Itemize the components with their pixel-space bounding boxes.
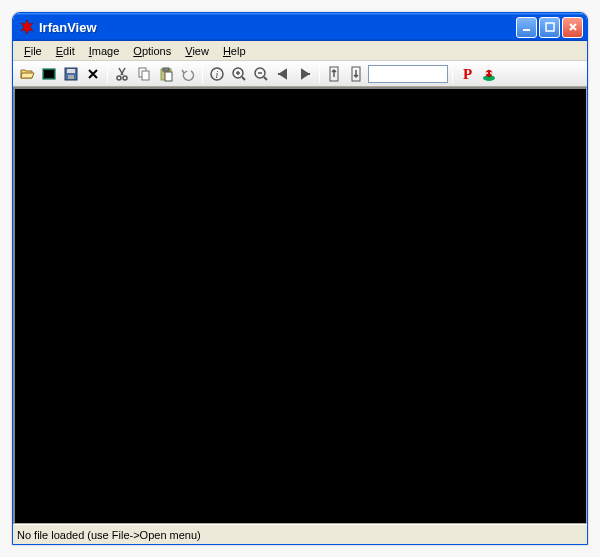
status-message: No file loaded (use File->Open menu) xyxy=(17,529,201,541)
image-canvas[interactable] xyxy=(13,87,587,524)
jump-input[interactable] xyxy=(368,65,448,83)
about-icon[interactable] xyxy=(479,64,499,84)
properties-icon[interactable]: P xyxy=(457,64,477,84)
zoom-out-icon[interactable] xyxy=(251,64,271,84)
svg-point-22 xyxy=(486,72,488,74)
svg-text:i: i xyxy=(216,69,219,80)
svg-point-8 xyxy=(123,76,127,80)
menu-file[interactable]: File xyxy=(17,43,49,59)
previous-icon[interactable] xyxy=(273,64,293,84)
separator xyxy=(202,65,203,83)
titlebar[interactable]: IrfanView xyxy=(13,13,587,41)
svg-rect-3 xyxy=(44,70,54,78)
slideshow-icon[interactable] xyxy=(39,64,59,84)
next-icon[interactable] xyxy=(295,64,315,84)
svg-point-7 xyxy=(117,76,121,80)
copy-icon[interactable] xyxy=(134,64,154,84)
minimize-button[interactable] xyxy=(516,17,537,38)
last-file-icon[interactable] xyxy=(346,64,366,84)
info-icon[interactable]: i xyxy=(207,64,227,84)
app-window: IrfanView File Edit Image Options View H… xyxy=(12,12,588,545)
delete-icon[interactable] xyxy=(83,64,103,84)
maximize-button[interactable] xyxy=(539,17,560,38)
window-controls xyxy=(516,17,583,38)
menu-help[interactable]: Help xyxy=(216,43,253,59)
svg-rect-5 xyxy=(67,69,75,73)
toolbar: i P xyxy=(13,61,587,87)
statusbar: No file loaded (use File->Open menu) xyxy=(13,524,587,544)
window-title: IrfanView xyxy=(39,20,516,35)
svg-rect-13 xyxy=(165,72,172,81)
svg-point-23 xyxy=(490,72,492,74)
open-icon[interactable] xyxy=(17,64,37,84)
paste-icon[interactable] xyxy=(156,64,176,84)
save-icon[interactable] xyxy=(61,64,81,84)
first-file-icon[interactable] xyxy=(324,64,344,84)
svg-rect-12 xyxy=(163,68,169,71)
app-icon xyxy=(19,19,35,35)
separator xyxy=(319,65,320,83)
svg-rect-1 xyxy=(546,23,554,31)
menu-view[interactable]: View xyxy=(178,43,216,59)
separator xyxy=(107,65,108,83)
menu-options[interactable]: Options xyxy=(126,43,178,59)
menu-edit[interactable]: Edit xyxy=(49,43,82,59)
svg-rect-0 xyxy=(523,29,530,31)
menubar: File Edit Image Options View Help xyxy=(13,41,587,61)
close-button[interactable] xyxy=(562,17,583,38)
undo-icon[interactable] xyxy=(178,64,198,84)
menu-image[interactable]: Image xyxy=(82,43,127,59)
svg-text:P: P xyxy=(463,66,472,82)
svg-rect-6 xyxy=(68,75,74,79)
separator xyxy=(452,65,453,83)
svg-rect-10 xyxy=(142,71,149,80)
zoom-in-icon[interactable] xyxy=(229,64,249,84)
cut-icon[interactable] xyxy=(112,64,132,84)
